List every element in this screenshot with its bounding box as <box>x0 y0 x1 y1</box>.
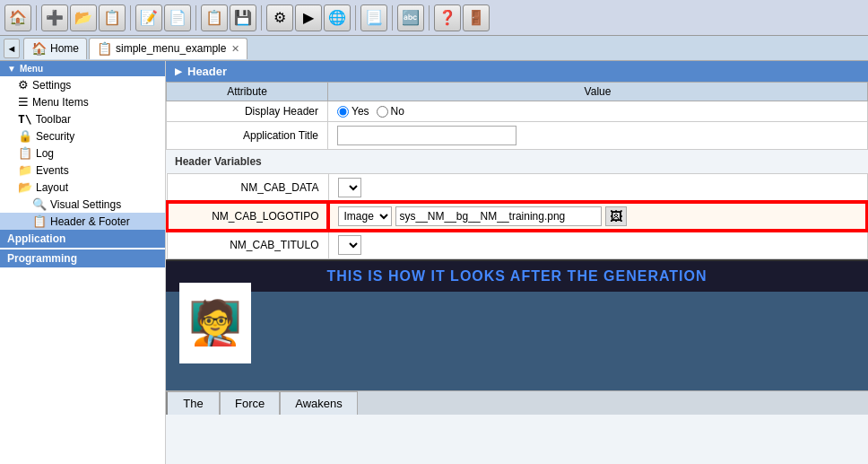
display-header-no-label[interactable]: No <box>377 105 404 118</box>
sidebar-item-toolbar[interactable]: T\ Toolbar <box>0 110 165 127</box>
nm-cab-logotipo-type-select[interactable]: Image <box>338 206 392 226</box>
sidebar-item-log[interactable]: 📋 Log <box>0 144 165 162</box>
layout-sidebar-icon: 📂 <box>18 180 32 194</box>
panel-arrow-icon: ▶ <box>175 66 182 76</box>
preview-logo-box: 🧑‍🏫 <box>179 283 251 363</box>
application-title-input[interactable] <box>337 126 516 145</box>
main-area: ▼ Menu ⚙ Settings ☰ Menu Items T\ Toolba… <box>0 61 868 464</box>
page-toolbar-btn[interactable]: 📃 <box>360 4 387 31</box>
nm-cab-titulo-select[interactable] <box>338 235 361 255</box>
edit-toolbar-btn[interactable]: 📝 <box>135 4 162 31</box>
display-header-yes-label[interactable]: Yes <box>337 105 369 118</box>
nm-cab-data-dropdown-cell <box>338 178 858 197</box>
bottom-tab-the[interactable]: The <box>166 391 220 415</box>
sidebar-settings-label: Settings <box>32 79 71 92</box>
floppy-toolbar-btn[interactable]: 💾 <box>230 4 256 31</box>
tab-close-btn[interactable]: ✕ <box>231 43 239 55</box>
nm-cab-titulo-label: NM_CAB_TITULO <box>167 231 328 259</box>
display-header-yes-radio[interactable] <box>337 106 349 118</box>
sidebar-toolbar-label: Toolbar <box>36 113 71 126</box>
abc-toolbar-btn[interactable]: 🔤 <box>397 4 424 31</box>
bottom-tab-the-label: The <box>183 397 203 410</box>
application-title-row: Application Title <box>167 122 868 150</box>
menu-items-sidebar-icon: ☰ <box>18 95 29 109</box>
bottom-tab-awakens[interactable]: Awakens <box>280 391 358 415</box>
sidebar-item-security[interactable]: 🔒 Security <box>0 127 165 144</box>
content-area: ▶ Header Attribute Value Display Header <box>166 61 868 464</box>
nm-cab-titulo-row: NM_CAB_TITULO <box>167 231 867 259</box>
display-header-radio-group: Yes No <box>337 105 858 118</box>
separator-6 <box>392 5 393 31</box>
sidebar-item-menu-items[interactable]: ☰ Menu Items <box>0 93 165 110</box>
sidebar-item-layout[interactable]: 📂 Layout <box>0 179 165 196</box>
header-variables-table: NM_CAB_DATA NM_CAB_LOGOTIPO <box>166 173 868 259</box>
separator-1 <box>36 5 37 31</box>
yes-label: Yes <box>352 105 369 118</box>
settings-toolbar-btn[interactable]: ⚙ <box>266 4 293 31</box>
open-toolbar-btn[interactable]: 📂 <box>70 4 97 31</box>
help-toolbar-btn[interactable]: ❓ <box>434 4 461 31</box>
list-toolbar-btn[interactable]: 📋 <box>201 4 228 31</box>
application-section-header[interactable]: Application <box>0 230 165 248</box>
nm-cab-logotipo-label: NM_CAB_LOGOTIPO <box>167 202 328 231</box>
bottom-tabs: The Force Awakens <box>166 390 868 415</box>
toolbar: 🏠 ➕ 📂 📋 📝 📄 📋 💾 ⚙ ▶ 🌐 📃 🔤 ❓ 🚪 <box>0 0 868 36</box>
nm-cab-data-select[interactable] <box>338 178 361 197</box>
display-header-no-radio[interactable] <box>377 106 388 118</box>
bottom-tab-force-label: Force <box>235 397 265 410</box>
globe-toolbar-btn[interactable]: 🌐 <box>324 4 351 31</box>
header-panel-header: ▶ Header <box>166 61 868 82</box>
header-footer-sidebar-icon: 📋 <box>32 214 47 228</box>
programming-section-label: Programming <box>7 252 77 265</box>
bottom-tab-awakens-label: Awakens <box>295 397 343 410</box>
home-toolbar-btn[interactable]: 🏠 <box>4 4 31 31</box>
menu-section-header[interactable]: ▼ Menu <box>0 61 165 76</box>
tab-home[interactable]: 🏠 Home <box>23 38 87 59</box>
nm-cab-data-label: NM_CAB_DATA <box>167 174 328 203</box>
application-section-label: Application <box>7 232 65 245</box>
header-attributes-table: Attribute Value Display Header Yes <box>166 82 868 150</box>
save-toolbar-btn[interactable]: 📋 <box>99 4 126 31</box>
tab-home-label: Home <box>50 42 79 55</box>
display-header-label: Display Header <box>167 101 328 122</box>
sidebar-visual-settings-label: Visual Settings <box>50 198 121 211</box>
application-title-label: Application Title <box>167 122 328 150</box>
nm-cab-logotipo-browse-btn[interactable]: 🖼 <box>605 206 627 226</box>
sidebar-log-label: Log <box>36 147 54 160</box>
events-sidebar-icon: 📁 <box>18 163 32 177</box>
programming-section-header[interactable]: Programming <box>0 250 165 267</box>
menu-tab-icon: 📋 <box>97 41 112 56</box>
doc-toolbar-btn[interactable]: 📄 <box>164 4 191 31</box>
separator-2 <box>130 5 131 31</box>
bottom-tab-force[interactable]: Force <box>220 391 280 415</box>
settings-sidebar-icon: ⚙ <box>18 78 29 92</box>
sidebar-item-events[interactable]: 📁 Events <box>0 162 165 179</box>
sidebar-menu-items-label: Menu Items <box>32 96 89 109</box>
value-col-header: Value <box>328 83 868 101</box>
play-toolbar-btn[interactable]: ▶ <box>295 4 322 31</box>
sidebar-item-header-footer[interactable]: 📋 Header & Footer <box>0 213 165 230</box>
tabbar: ◄ 🏠 Home 📋 simple_menu_example ✕ <box>0 36 868 61</box>
generation-banner-text: THIS IS HOW IT LOOKS AFTER THE GENERATIO… <box>326 268 707 284</box>
tab-back-arrow[interactable]: ◄ <box>4 39 20 58</box>
home-tab-icon: 🏠 <box>31 41 47 56</box>
exit-toolbar-btn[interactable]: 🚪 <box>463 4 490 31</box>
tab-simple-menu-label: simple_menu_example <box>116 42 226 55</box>
header-variables-label: Header Variables <box>166 150 868 173</box>
sidebar: ▼ Menu ⚙ Settings ☰ Menu Items T\ Toolba… <box>0 61 166 464</box>
add-toolbar-btn[interactable]: ➕ <box>41 4 68 31</box>
separator-3 <box>195 5 196 31</box>
nm-cab-logotipo-file-input[interactable] <box>395 206 602 226</box>
toolbar-sidebar-icon: T\ <box>18 112 32 126</box>
separator-4 <box>261 5 262 31</box>
no-label: No <box>391 105 404 118</box>
person-icon: 🧑‍🏫 <box>188 298 242 348</box>
nm-cab-logotipo-input-row: Image 🖼 <box>338 206 858 226</box>
sidebar-item-visual-settings[interactable]: 🔍 Visual Settings <box>0 196 165 213</box>
visual-settings-sidebar-icon: 🔍 <box>32 197 47 211</box>
generation-banner: THIS IS HOW IT LOOKS AFTER THE GENERATIO… <box>166 259 868 292</box>
sidebar-security-label: Security <box>36 130 74 143</box>
sidebar-item-settings[interactable]: ⚙ Settings <box>0 76 165 93</box>
sidebar-header-footer-label: Header & Footer <box>50 215 130 228</box>
tab-simple-menu-example[interactable]: 📋 simple_menu_example ✕ <box>89 38 247 59</box>
